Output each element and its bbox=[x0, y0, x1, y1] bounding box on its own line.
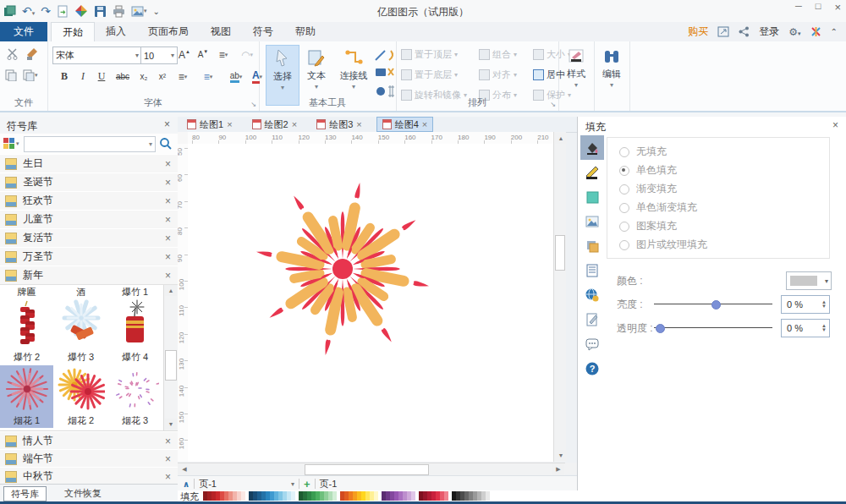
line-spacing-icon[interactable]: ≡▾ bbox=[174, 68, 191, 85]
symbol-thumb-firework-sparkles[interactable] bbox=[108, 365, 162, 413]
format-painter-icon[interactable] bbox=[25, 48, 38, 60]
grid-scroll-down-icon[interactable]: ▼ bbox=[165, 419, 177, 430]
connector-tool-button[interactable]: 连接线▾ bbox=[335, 45, 372, 104]
edit-button[interactable]: 编辑▾ bbox=[596, 45, 627, 104]
vertical-scrollbar[interactable]: ▲ ▼ bbox=[553, 132, 566, 462]
page-panel-expand-icon[interactable]: ∧ bbox=[183, 479, 190, 489]
opacity-value-spinner[interactable]: 0 %▲▼ bbox=[781, 319, 830, 337]
align-text-icon[interactable]: ≡▾ bbox=[215, 47, 232, 63]
highlight-icon[interactable]: ab▾ bbox=[225, 68, 247, 85]
category-close-icon[interactable]: × bbox=[165, 233, 171, 244]
symbol-category-情人节[interactable]: 情人节× bbox=[0, 431, 178, 451]
radio-icon[interactable] bbox=[619, 240, 629, 250]
opacity-slider-thumb[interactable] bbox=[656, 324, 665, 333]
strikethrough-icon[interactable]: abc bbox=[112, 68, 134, 85]
ribbon-tab-插入[interactable]: 插入 bbox=[95, 22, 137, 41]
symbol-thumb-firework-burst-red[interactable] bbox=[0, 365, 53, 413]
community-icon[interactable] bbox=[810, 26, 821, 37]
fill-color-dropdown[interactable]: ▾ bbox=[786, 271, 832, 290]
palette-swatch[interactable] bbox=[241, 491, 245, 501]
horizontal-scrollbar-thumb[interactable] bbox=[305, 464, 429, 475]
hyperlink-tool-icon[interactable] bbox=[580, 282, 604, 307]
search-icon[interactable] bbox=[159, 137, 173, 151]
drawing-canvas[interactable] bbox=[188, 144, 553, 462]
fill-panel-close-icon[interactable]: × bbox=[832, 120, 838, 130]
add-page-icon[interactable]: + bbox=[304, 478, 310, 490]
layers-tool-icon[interactable] bbox=[580, 233, 604, 258]
bullet-list-icon[interactable]: ≡▾ bbox=[200, 68, 217, 85]
opacity-slider[interactable] bbox=[654, 327, 772, 328]
symbol-grid-scrollbar[interactable]: ▲ ▼ bbox=[163, 284, 178, 430]
category-close-icon[interactable]: × bbox=[165, 453, 171, 465]
fill-option-单色渐变填充[interactable]: 单色渐变填充 bbox=[619, 200, 697, 215]
font-family-select[interactable]: 宋体▾ bbox=[52, 47, 142, 64]
scroll-down-icon[interactable]: ▼ bbox=[555, 450, 567, 461]
underline-icon[interactable]: U bbox=[93, 68, 110, 85]
document-tab-close-icon[interactable]: × bbox=[292, 119, 297, 129]
symbol-category-儿童节[interactable]: 儿童节× bbox=[0, 210, 178, 229]
tab-file-recovery[interactable]: 文件恢复 bbox=[58, 486, 108, 500]
italic-icon[interactable]: I bbox=[74, 68, 91, 85]
arrange-dialog-launcher-icon[interactable]: ↘ bbox=[550, 101, 556, 108]
symbol-category-狂欢节[interactable]: 狂欢节× bbox=[0, 191, 178, 211]
cut-icon[interactable] bbox=[6, 48, 19, 60]
symbol-thumb-cracker-string[interactable] bbox=[0, 299, 53, 346]
symbol-category-万圣节[interactable]: 万圣节× bbox=[0, 247, 178, 266]
increase-font-icon[interactable]: A▲ bbox=[176, 47, 193, 63]
ribbon-tab-开始[interactable]: 开始 bbox=[51, 22, 95, 41]
category-close-icon[interactable]: × bbox=[165, 214, 171, 226]
fill-option-图案填充[interactable]: 图案填充 bbox=[619, 219, 677, 233]
font-size-select[interactable]: 10▾ bbox=[140, 47, 178, 64]
symbol-search-input[interactable]: ▾ bbox=[24, 136, 156, 152]
fill-option-渐变填充[interactable]: 渐变填充 bbox=[619, 182, 677, 196]
palette-swatch[interactable] bbox=[291, 491, 295, 501]
radio-icon[interactable] bbox=[619, 203, 629, 213]
document-tab-绘图2[interactable]: 绘图2× bbox=[247, 117, 303, 132]
category-close-icon[interactable]: × bbox=[165, 158, 171, 170]
document-tab-close-icon[interactable]: × bbox=[227, 119, 232, 129]
superscript-icon[interactable]: x² bbox=[154, 68, 171, 85]
fill-tool-icon[interactable] bbox=[580, 135, 604, 160]
firework-artwork[interactable] bbox=[245, 172, 440, 366]
symbol-thumb-firework-burst-double[interactable] bbox=[54, 365, 107, 413]
document-tool-icon[interactable] bbox=[580, 307, 604, 331]
font-dialog-launcher-icon[interactable]: ↘ bbox=[250, 101, 256, 108]
notes-tool-icon[interactable] bbox=[580, 258, 604, 282]
paste-icon[interactable] bbox=[5, 68, 17, 81]
decrease-font-icon[interactable]: A▼ bbox=[195, 47, 212, 63]
page-list-dropdown-icon[interactable]: ▾ bbox=[291, 480, 294, 488]
fill-option-无填充[interactable]: 无填充 bbox=[619, 145, 667, 159]
category-close-icon[interactable]: × bbox=[165, 471, 171, 483]
picture-tool-icon[interactable] bbox=[580, 209, 604, 233]
maximize-button[interactable]: □ bbox=[816, 1, 821, 14]
category-close-icon[interactable]: × bbox=[165, 251, 171, 263]
symbol-panel-close-icon[interactable]: × bbox=[164, 119, 170, 129]
grid-scroll-up-icon[interactable]: ▲ bbox=[165, 285, 177, 296]
radio-icon[interactable] bbox=[619, 166, 629, 176]
help-icon[interactable]: ? bbox=[580, 356, 604, 381]
login-link[interactable]: 登录 bbox=[759, 25, 779, 39]
buy-link[interactable]: 购买 bbox=[688, 25, 708, 39]
brightness-value-spinner[interactable]: 0 %▲▼ bbox=[781, 295, 830, 314]
text-arc-icon[interactable]: ◠▾ bbox=[239, 47, 255, 63]
export-icon[interactable] bbox=[717, 26, 729, 37]
category-close-icon[interactable]: × bbox=[165, 270, 171, 282]
ribbon-tab-视图[interactable]: 视图 bbox=[200, 22, 242, 41]
category-close-icon[interactable]: × bbox=[165, 177, 171, 189]
text-tool-button[interactable]: 文本▾ bbox=[301, 45, 332, 104]
comment-tool-icon[interactable] bbox=[580, 331, 604, 356]
palette-swatch[interactable] bbox=[444, 491, 448, 501]
line-tool-icon[interactable] bbox=[580, 160, 604, 184]
copy-icon[interactable]: ▾ bbox=[23, 68, 38, 81]
palette-swatch[interactable] bbox=[411, 491, 415, 501]
fill-option-单色填充[interactable]: 单色填充 bbox=[619, 163, 677, 178]
radio-icon[interactable] bbox=[619, 222, 629, 232]
close-button[interactable]: × bbox=[834, 1, 841, 14]
shadow-tool-icon[interactable] bbox=[580, 184, 604, 209]
ribbon-tab-符号[interactable]: 符号 bbox=[242, 22, 284, 41]
palette-swatch[interactable] bbox=[332, 491, 337, 501]
grid-scrollbar-thumb[interactable] bbox=[165, 350, 177, 381]
palette-swatch[interactable] bbox=[374, 491, 378, 501]
scroll-right-icon[interactable]: ▶ bbox=[552, 463, 564, 475]
page-tab[interactable]: 页-1 bbox=[199, 478, 217, 490]
